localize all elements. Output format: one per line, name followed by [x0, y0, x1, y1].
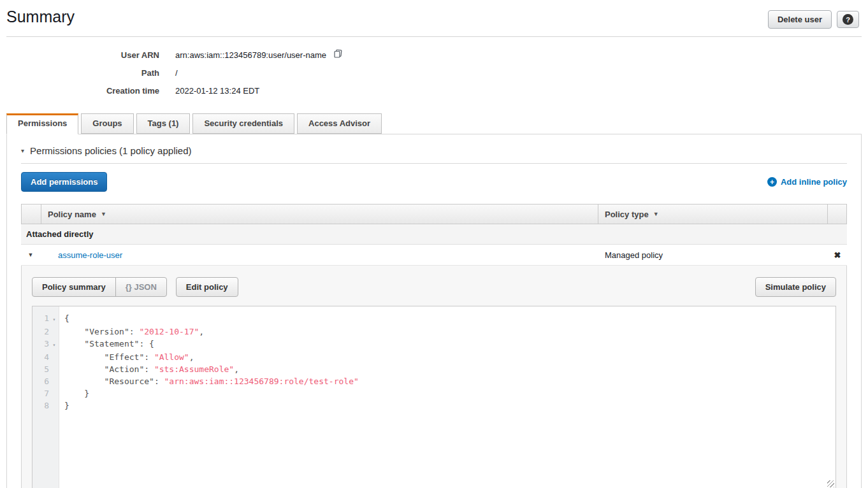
code-line: 2 "Version": "2012-10-17", [33, 326, 835, 338]
policy-summary-button[interactable]: Policy summary [32, 277, 116, 297]
policy-json-editor[interactable]: 1▾{2 "Version": "2012-10-17",3▾ "Stateme… [32, 306, 836, 488]
code-line: 7 } [33, 387, 835, 399]
field-label: Creation time [0, 86, 159, 96]
code-text: } [59, 399, 69, 412]
field-value: 2022-01-12 13:24 EDT [175, 86, 259, 96]
sort-caret-icon: ▼ [101, 211, 106, 217]
code-text: "Resource": "arn:aws:iam::123456789:role… [59, 375, 359, 387]
line-number: 6 [33, 375, 49, 387]
editor-resize-handle-icon[interactable] [827, 480, 834, 487]
policy-table-row: ▼assume-role-userManaged policy✖ [21, 245, 847, 266]
fold-spacer [49, 326, 59, 338]
tab-bar: PermissionsGroupsTags (1)Security creden… [6, 113, 862, 134]
line-number: 8 [33, 399, 49, 412]
copy-icon[interactable] [333, 49, 343, 61]
page-title: Summary [6, 6, 75, 26]
actions-column-header [827, 205, 846, 224]
delete-user-button[interactable]: Delete user [768, 10, 832, 29]
line-number: 7 [33, 387, 49, 399]
summary-fields: User ARNarn:aws:iam::123456789:user/user… [0, 46, 868, 99]
policy-detail-panel: Policy summary {} JSON Edit policy Simul… [21, 266, 847, 488]
header-actions: Delete user ? [768, 6, 859, 29]
tab-security-credentials[interactable]: Security credentials [192, 113, 294, 134]
field-label: User ARN [0, 50, 159, 60]
policy-view-left-buttons: Policy summary {} JSON Edit policy [32, 277, 238, 297]
line-number: 4 [33, 351, 49, 363]
collapse-caret-icon: ▾ [21, 147, 24, 154]
code-text: "Effect": "Allow", [59, 351, 194, 363]
code-text: "Version": "2012-10-17", [59, 326, 204, 338]
code-line: 6 "Resource": "arn:aws:iam::123456789:ro… [33, 375, 835, 387]
code-line: 8} [33, 399, 835, 412]
tab-tags[interactable]: Tags (1) [136, 113, 191, 134]
group-row-attached-directly: Attached directly [21, 224, 847, 245]
tab-access-advisor[interactable]: Access Advisor [297, 113, 382, 134]
line-number: 1 [33, 312, 49, 326]
code-line: 1▾{ [33, 312, 835, 326]
column-header-policy-name[interactable]: Policy name ▼ [41, 205, 598, 224]
line-number: 5 [33, 363, 49, 375]
json-view-button[interactable]: {} JSON [115, 277, 167, 297]
fold-caret-icon[interactable]: ▾ [49, 312, 59, 326]
line-number: 2 [33, 326, 49, 338]
add-inline-policy-label: Add inline policy [781, 177, 847, 187]
plus-circle-icon: + [767, 177, 777, 187]
policy-name-link[interactable]: assume-role-user [40, 250, 598, 260]
column-header-policy-type[interactable]: Policy type ▼ [598, 205, 827, 224]
section-divider [21, 163, 847, 164]
fold-spacer [49, 387, 59, 399]
tab-groups[interactable]: Groups [81, 113, 133, 134]
expander-column-header [22, 205, 41, 224]
fold-spacer [49, 375, 59, 387]
sort-caret-icon: ▼ [653, 211, 659, 217]
field-label: Path [0, 68, 159, 78]
code-text: { [59, 312, 69, 326]
code-line: 3▾ "Statement": { [33, 338, 835, 351]
permissions-policies-section-toggle[interactable]: ▾ Permissions policies (1 policy applied… [20, 134, 848, 163]
policy-view-buttons: Policy summary {} JSON Edit policy Simul… [32, 277, 836, 297]
page-header: Summary Delete user ? [6, 0, 862, 37]
code-text: "Action": "sts:AssumeRole", [59, 363, 239, 375]
detach-policy-icon[interactable]: ✖ [828, 250, 847, 260]
code-text: "Statement": { [59, 338, 154, 351]
permissions-panel: ▾ Permissions policies (1 policy applied… [6, 134, 862, 488]
field-value: / [175, 68, 178, 78]
edit-policy-button[interactable]: Edit policy [176, 277, 238, 297]
help-icon: ? [843, 14, 853, 25]
line-number: 3 [33, 338, 49, 351]
simulate-policy-button[interactable]: Simulate policy [755, 277, 836, 297]
policy-type-cell: Managed policy [598, 250, 828, 260]
row-expander-caret-icon[interactable]: ▼ [21, 252, 40, 258]
code-line: 5 "Action": "sts:AssumeRole", [33, 363, 835, 375]
policy-actions-row: Add permissions + Add inline policy [21, 172, 847, 192]
policies-table-header: Policy name ▼ Policy type ▼ [21, 204, 847, 224]
policies-table: Policy name ▼ Policy type ▼ Attached dir… [21, 204, 847, 266]
code-text: } [59, 387, 89, 399]
field-value: arn:aws:iam::123456789:user/user-name [175, 49, 343, 61]
summary-field-row: Creation time2022-01-12 13:24 EDT [0, 82, 868, 99]
editor-code-lines: 1▾{2 "Version": "2012-10-17",3▾ "Stateme… [33, 306, 835, 412]
add-permissions-button[interactable]: Add permissions [21, 172, 107, 192]
summary-field-row: User ARNarn:aws:iam::123456789:user/user… [0, 46, 868, 64]
fold-spacer [49, 399, 59, 412]
add-inline-policy-link[interactable]: + Add inline policy [767, 177, 847, 187]
code-line: 4 "Effect": "Allow", [33, 351, 835, 363]
tab-permissions[interactable]: Permissions [6, 113, 78, 134]
permissions-policies-heading: Permissions policies (1 policy applied) [30, 145, 191, 156]
fold-spacer [49, 363, 59, 375]
summary-field-row: Path/ [0, 64, 868, 82]
fold-caret-icon[interactable]: ▾ [49, 338, 59, 351]
help-button[interactable]: ? [837, 11, 859, 28]
fold-spacer [49, 351, 59, 363]
